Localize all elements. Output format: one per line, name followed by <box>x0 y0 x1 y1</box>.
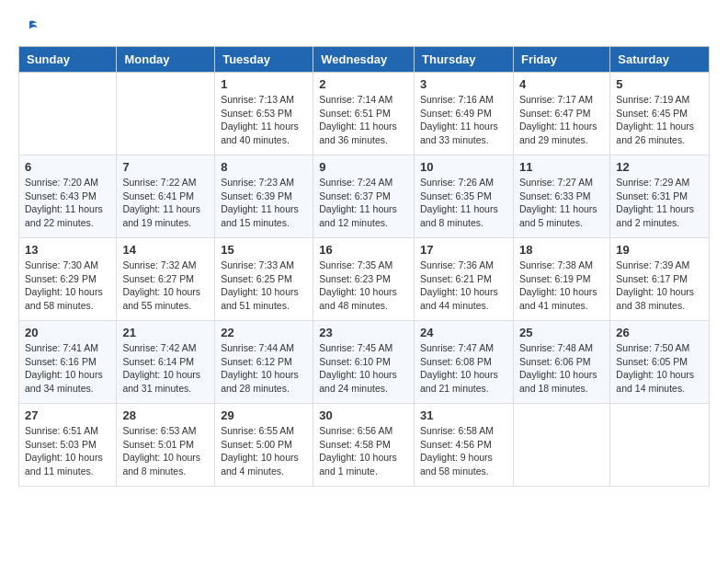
weekday-header-row: SundayMondayTuesdayWednesdayThursdayFrid… <box>19 47 710 73</box>
day-info: Sunrise: 7:44 AM Sunset: 6:12 PM Dayligh… <box>221 341 307 396</box>
calendar-cell: 15Sunrise: 7:33 AM Sunset: 6:25 PM Dayli… <box>215 238 313 321</box>
day-info: Sunrise: 7:48 AM Sunset: 6:06 PM Dayligh… <box>519 341 604 396</box>
calendar-cell: 16Sunrise: 7:35 AM Sunset: 6:23 PM Dayli… <box>313 238 415 321</box>
day-number: 27 <box>25 408 110 422</box>
calendar-cell: 29Sunrise: 6:55 AM Sunset: 5:00 PM Dayli… <box>215 404 313 487</box>
day-info: Sunrise: 7:23 AM Sunset: 6:39 PM Dayligh… <box>221 176 307 230</box>
day-number: 15 <box>221 243 307 257</box>
weekday-header-cell: Sunday <box>19 47 117 73</box>
day-info: Sunrise: 7:19 AM Sunset: 6:45 PM Dayligh… <box>616 93 703 147</box>
day-info: Sunrise: 7:17 AM Sunset: 6:47 PM Dayligh… <box>519 93 604 147</box>
day-info: Sunrise: 7:24 AM Sunset: 6:37 PM Dayligh… <box>319 176 408 230</box>
day-info: Sunrise: 7:32 AM Sunset: 6:27 PM Dayligh… <box>122 259 209 313</box>
day-info: Sunrise: 7:14 AM Sunset: 6:51 PM Dayligh… <box>319 93 408 147</box>
weekday-header-cell: Wednesday <box>313 47 415 73</box>
day-info: Sunrise: 7:35 AM Sunset: 6:23 PM Dayligh… <box>319 259 408 313</box>
day-number: 14 <box>122 243 209 257</box>
calendar-cell: 27Sunrise: 6:51 AM Sunset: 5:03 PM Dayli… <box>19 404 117 487</box>
calendar-cell: 13Sunrise: 7:30 AM Sunset: 6:29 PM Dayli… <box>19 238 117 321</box>
day-info: Sunrise: 7:45 AM Sunset: 6:10 PM Dayligh… <box>319 341 408 396</box>
day-number: 11 <box>519 160 604 174</box>
day-number: 16 <box>319 243 408 257</box>
calendar-cell: 23Sunrise: 7:45 AM Sunset: 6:10 PM Dayli… <box>313 321 415 404</box>
calendar-cell: 14Sunrise: 7:32 AM Sunset: 6:27 PM Dayli… <box>117 238 215 321</box>
page-header <box>18 18 710 37</box>
calendar-cell <box>610 404 710 487</box>
day-number: 24 <box>420 326 507 339</box>
calendar-week-row: 1Sunrise: 7:13 AM Sunset: 6:53 PM Daylig… <box>19 73 710 155</box>
calendar-cell: 5Sunrise: 7:19 AM Sunset: 6:45 PM Daylig… <box>610 73 710 155</box>
logo-bird-icon <box>20 18 39 37</box>
day-info: Sunrise: 7:30 AM Sunset: 6:29 PM Dayligh… <box>25 259 110 313</box>
day-info: Sunrise: 7:26 AM Sunset: 6:35 PM Dayligh… <box>420 176 507 230</box>
weekday-header-cell: Tuesday <box>215 47 313 73</box>
calendar-cell: 22Sunrise: 7:44 AM Sunset: 6:12 PM Dayli… <box>215 321 313 404</box>
day-info: Sunrise: 7:29 AM Sunset: 6:31 PM Dayligh… <box>616 176 703 230</box>
calendar-cell: 8Sunrise: 7:23 AM Sunset: 6:39 PM Daylig… <box>215 155 313 238</box>
day-number: 18 <box>519 243 604 257</box>
day-info: Sunrise: 7:20 AM Sunset: 6:43 PM Dayligh… <box>25 176 110 230</box>
day-info: Sunrise: 6:55 AM Sunset: 5:00 PM Dayligh… <box>221 424 307 478</box>
day-info: Sunrise: 7:39 AM Sunset: 6:17 PM Dayligh… <box>616 259 703 313</box>
calendar-week-row: 6Sunrise: 7:20 AM Sunset: 6:43 PM Daylig… <box>19 155 710 238</box>
weekday-header-cell: Friday <box>513 47 609 73</box>
day-number: 2 <box>319 77 408 91</box>
calendar-cell: 17Sunrise: 7:36 AM Sunset: 6:21 PM Dayli… <box>415 238 514 321</box>
calendar-cell <box>117 73 215 155</box>
calendar-cell: 25Sunrise: 7:48 AM Sunset: 6:06 PM Dayli… <box>513 321 609 404</box>
day-number: 20 <box>25 326 110 339</box>
day-number: 29 <box>221 408 307 422</box>
calendar-cell <box>19 73 117 155</box>
day-number: 31 <box>420 408 507 422</box>
day-number: 9 <box>319 160 408 174</box>
day-info: Sunrise: 7:33 AM Sunset: 6:25 PM Dayligh… <box>221 259 307 313</box>
calendar-cell: 24Sunrise: 7:47 AM Sunset: 6:08 PM Dayli… <box>415 321 514 404</box>
calendar-cell: 3Sunrise: 7:16 AM Sunset: 6:49 PM Daylig… <box>415 73 514 155</box>
calendar-cell: 28Sunrise: 6:53 AM Sunset: 5:01 PM Dayli… <box>117 404 215 487</box>
day-number: 5 <box>616 77 703 91</box>
day-info: Sunrise: 6:58 AM Sunset: 4:56 PM Dayligh… <box>420 424 507 478</box>
day-number: 26 <box>616 326 703 339</box>
weekday-header-cell: Saturday <box>610 47 710 73</box>
weekday-header-cell: Thursday <box>415 47 514 73</box>
day-number: 1 <box>221 77 307 91</box>
calendar-body: 1Sunrise: 7:13 AM Sunset: 6:53 PM Daylig… <box>19 73 710 487</box>
calendar-cell: 20Sunrise: 7:41 AM Sunset: 6:16 PM Dayli… <box>19 321 117 404</box>
day-number: 28 <box>122 408 209 422</box>
calendar-cell: 4Sunrise: 7:17 AM Sunset: 6:47 PM Daylig… <box>513 73 609 155</box>
day-number: 6 <box>25 160 110 174</box>
calendar-table: SundayMondayTuesdayWednesdayThursdayFrid… <box>18 46 710 487</box>
calendar-cell: 30Sunrise: 6:56 AM Sunset: 4:58 PM Dayli… <box>313 404 415 487</box>
day-info: Sunrise: 7:13 AM Sunset: 6:53 PM Dayligh… <box>221 93 307 147</box>
day-number: 12 <box>616 160 703 174</box>
day-info: Sunrise: 7:36 AM Sunset: 6:21 PM Dayligh… <box>420 259 507 313</box>
calendar-cell: 18Sunrise: 7:38 AM Sunset: 6:19 PM Dayli… <box>513 238 609 321</box>
calendar-cell: 19Sunrise: 7:39 AM Sunset: 6:17 PM Dayli… <box>610 238 710 321</box>
day-info: Sunrise: 7:41 AM Sunset: 6:16 PM Dayligh… <box>25 341 110 396</box>
weekday-header-cell: Monday <box>117 47 215 73</box>
day-info: Sunrise: 7:42 AM Sunset: 6:14 PM Dayligh… <box>122 341 209 396</box>
day-number: 25 <box>519 326 604 339</box>
calendar-week-row: 20Sunrise: 7:41 AM Sunset: 6:16 PM Dayli… <box>19 321 710 404</box>
day-info: Sunrise: 7:38 AM Sunset: 6:19 PM Dayligh… <box>519 259 604 313</box>
day-number: 8 <box>221 160 307 174</box>
day-info: Sunrise: 6:51 AM Sunset: 5:03 PM Dayligh… <box>25 424 110 478</box>
day-number: 13 <box>25 243 110 257</box>
day-info: Sunrise: 6:56 AM Sunset: 4:58 PM Dayligh… <box>319 424 408 478</box>
calendar-week-row: 27Sunrise: 6:51 AM Sunset: 5:03 PM Dayli… <box>19 404 710 487</box>
calendar-cell: 21Sunrise: 7:42 AM Sunset: 6:14 PM Dayli… <box>117 321 215 404</box>
calendar-week-row: 13Sunrise: 7:30 AM Sunset: 6:29 PM Dayli… <box>19 238 710 321</box>
calendar-cell: 26Sunrise: 7:50 AM Sunset: 6:05 PM Dayli… <box>610 321 710 404</box>
day-info: Sunrise: 7:16 AM Sunset: 6:49 PM Dayligh… <box>420 93 507 147</box>
day-number: 22 <box>221 326 307 339</box>
calendar-cell: 7Sunrise: 7:22 AM Sunset: 6:41 PM Daylig… <box>117 155 215 238</box>
calendar-cell: 9Sunrise: 7:24 AM Sunset: 6:37 PM Daylig… <box>313 155 415 238</box>
calendar-cell: 10Sunrise: 7:26 AM Sunset: 6:35 PM Dayli… <box>415 155 514 238</box>
calendar-cell: 31Sunrise: 6:58 AM Sunset: 4:56 PM Dayli… <box>415 404 514 487</box>
day-number: 10 <box>420 160 507 174</box>
calendar-cell: 12Sunrise: 7:29 AM Sunset: 6:31 PM Dayli… <box>610 155 710 238</box>
calendar-cell: 2Sunrise: 7:14 AM Sunset: 6:51 PM Daylig… <box>313 73 415 155</box>
day-info: Sunrise: 7:27 AM Sunset: 6:33 PM Dayligh… <box>519 176 604 230</box>
calendar-cell: 1Sunrise: 7:13 AM Sunset: 6:53 PM Daylig… <box>215 73 313 155</box>
day-info: Sunrise: 7:22 AM Sunset: 6:41 PM Dayligh… <box>122 176 209 230</box>
